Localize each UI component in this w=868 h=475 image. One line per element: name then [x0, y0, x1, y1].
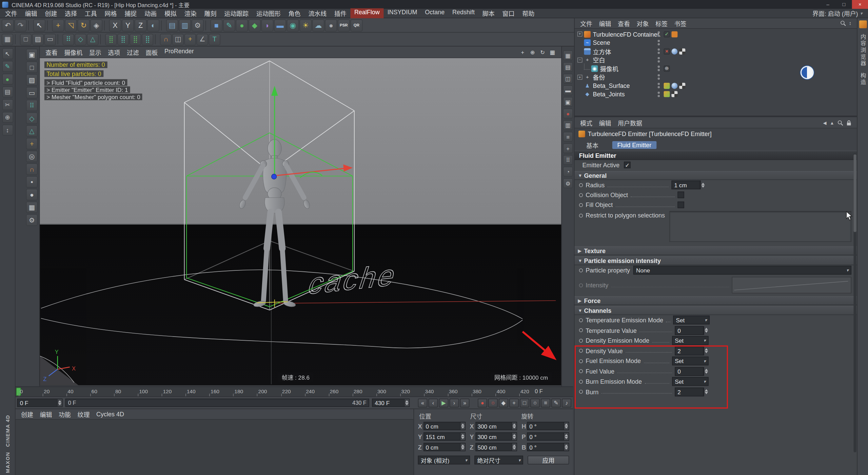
render-settings-icon[interactable]: ⚙	[192, 19, 204, 31]
om-menu-file[interactable]: 文件	[577, 18, 596, 28]
menu-sculpt[interactable]: 雕刻	[200, 8, 220, 18]
brush-tool-icon[interactable]: ●	[2, 74, 13, 85]
polygons-mode-side-icon[interactable]: △	[26, 125, 38, 137]
mirror-icon[interactable]: ◫	[172, 34, 184, 45]
undo-icon[interactable]: ↶	[2, 19, 14, 31]
record-keyframe-button[interactable]: ●	[478, 398, 487, 407]
selection-loop-icon[interactable]: ⣿	[105, 34, 117, 45]
weight-tag-icon[interactable]	[664, 83, 670, 89]
render-picture-viewer-icon[interactable]: ▥	[179, 19, 191, 31]
channel-value-field[interactable]: 0	[675, 326, 709, 335]
material-menu-texture[interactable]: 纹理	[74, 409, 93, 419]
keyframe-selection-button[interactable]: ◆	[499, 398, 508, 407]
text-spline-icon[interactable]: T	[209, 34, 220, 45]
menu-insydium[interactable]: INSYDIUM	[383, 8, 421, 18]
gizmo-x-arrowhead[interactable]	[343, 165, 353, 172]
viewport-3d-area[interactable]: cache	[40, 58, 561, 385]
menu-animate[interactable]: 动画	[141, 8, 161, 18]
spinner[interactable]	[460, 433, 465, 440]
keyframe-pla-toggle[interactable]: ✎	[551, 398, 561, 407]
animation-dot-icon[interactable]	[579, 193, 583, 197]
menu-edit[interactable]: 编辑	[21, 8, 41, 18]
menu-mograph[interactable]: 运动图形	[252, 8, 284, 18]
viewport-menu-prorender[interactable]: ProRender	[161, 47, 197, 57]
sound-scrub-toggle[interactable]: ♪	[562, 398, 571, 407]
animation-dot-icon[interactable]	[579, 214, 583, 217]
menu-mesh[interactable]: 网格	[101, 8, 121, 18]
structure-panel-icon[interactable]: ⠿	[563, 155, 573, 165]
live-selection-icon[interactable]: ↖	[33, 19, 45, 31]
tab-content-browser[interactable]: 内容浏览器	[859, 34, 867, 67]
spinner[interactable]	[704, 346, 709, 355]
simulation-tag-icon[interactable]	[671, 31, 677, 37]
expression-tag-icon[interactable]: ✓	[664, 31, 670, 37]
material-menu-edit[interactable]: 编辑	[37, 409, 56, 419]
stamp-tool-icon[interactable]: ▤	[2, 87, 13, 98]
visibility-dots[interactable]	[658, 66, 660, 71]
axis-edit-icon[interactable]: +	[184, 34, 196, 45]
om-menu-edit[interactable]: 编辑	[596, 18, 615, 28]
lock-x-axis-icon[interactable]: X	[109, 19, 121, 31]
material-icon[interactable]: ●	[325, 19, 337, 31]
preferences-icon[interactable]: ⚙	[563, 178, 573, 188]
object-row-camera[interactable]: ◉ 摄像机 ⊕	[575, 64, 857, 73]
spinner[interactable]	[512, 422, 517, 430]
layout-vertical-icon[interactable]: ◫	[563, 74, 573, 83]
spinner[interactable]	[704, 367, 709, 376]
points-mode-side-icon[interactable]: ⠿	[26, 100, 38, 111]
selection-path-icon[interactable]: ⣿	[142, 34, 153, 45]
target-tag-icon[interactable]: ⊕	[664, 65, 670, 72]
camera-icon[interactable]: ◉	[287, 19, 299, 31]
panel-icon[interactable]: ▣	[563, 97, 573, 107]
spinner[interactable]	[564, 443, 569, 451]
goto-end-button[interactable]: »	[460, 398, 470, 407]
selection-fill-icon[interactable]: ⣿	[130, 34, 141, 45]
spinner[interactable]	[512, 433, 517, 440]
fill-object-checkbox[interactable]	[677, 202, 684, 208]
points-mode-icon[interactable]: ⠿	[62, 34, 74, 45]
deformer-icon[interactable]: ◗	[261, 19, 274, 31]
disabled-tag-icon[interactable]: ×	[664, 48, 670, 54]
sky-icon[interactable]: ☁	[312, 19, 324, 31]
layout-horizontal-icon[interactable]: ▬	[563, 85, 573, 95]
am-menu-mode[interactable]: 模式	[577, 118, 596, 128]
channel-value-field[interactable]: 2	[675, 387, 709, 396]
last-tool-icon[interactable]: ◈	[90, 19, 102, 31]
rotate-tool-icon[interactable]: ↻	[78, 19, 90, 31]
object-row-beta-surface[interactable]: ♟ Beta_Surface	[575, 81, 857, 90]
separator[interactable]	[205, 20, 209, 30]
goto-start-button[interactable]: «	[418, 398, 428, 407]
viewport-menu-view[interactable]: 查看	[42, 47, 61, 57]
size-x-field[interactable]: 300 cm	[475, 422, 517, 430]
timeline-ruler[interactable]: 0204060801001201401601802002202402602803…	[16, 386, 573, 396]
om-menu-bookmarks[interactable]: 书签	[671, 18, 690, 28]
lock-icon[interactable]	[846, 120, 851, 126]
texture-tag-icon[interactable]	[679, 83, 685, 89]
selection-ring-icon[interactable]: ⣿	[117, 34, 129, 45]
animation-dot-icon[interactable]	[579, 380, 583, 383]
separator[interactable]	[161, 20, 164, 30]
animation-dot-icon[interactable]	[579, 203, 583, 207]
object-row-backup[interactable]: + + 备份	[575, 73, 857, 81]
viewport-menu-filter[interactable]: 过滤	[123, 47, 142, 57]
menu-pipeline[interactable]: 流水线	[304, 8, 331, 18]
console-icon[interactable]: ≡	[563, 132, 573, 141]
scale-tool-icon[interactable]: ◹	[65, 19, 77, 31]
qr-badge[interactable]: QR	[350, 19, 362, 31]
visibility-dots[interactable]	[658, 57, 660, 62]
animation-dot-icon[interactable]	[579, 328, 583, 332]
keyframe-rotation-toggle[interactable]: ○	[530, 398, 540, 407]
edges-mode-side-icon[interactable]: ◇	[26, 112, 38, 124]
viewport-menu-camera[interactable]: 摄像机	[61, 47, 86, 57]
layout-quad-icon[interactable]: ▦	[563, 50, 573, 60]
polygons-mode-icon[interactable]: △	[87, 34, 98, 45]
am-menu-edit[interactable]: 编辑	[596, 118, 615, 128]
grid-toggle-icon[interactable]: ▦	[26, 202, 38, 213]
emitter-active-checkbox[interactable]: ✓	[624, 162, 631, 168]
lock-y-axis-icon[interactable]: Y	[122, 19, 134, 31]
picture-viewer-icon[interactable]: ▥	[563, 120, 573, 130]
menu-script[interactable]: 脚本	[478, 8, 498, 18]
object-row-null[interactable]: − + 空白	[575, 56, 857, 64]
animation-dot-icon[interactable]	[579, 349, 583, 353]
coordinate-mode-dropdown[interactable]: 对象 (相对)▾	[418, 456, 470, 464]
